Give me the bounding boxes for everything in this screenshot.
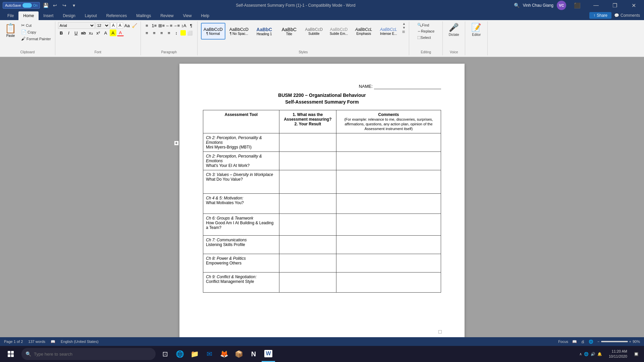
tab-view[interactable]: View xyxy=(178,11,197,20)
zoom-out-button[interactable]: − xyxy=(597,340,599,344)
style-title[interactable]: AaBbC Title xyxy=(277,23,301,40)
clock[interactable]: 11:20 AM 10/11/2020 xyxy=(606,349,630,359)
undo-button[interactable]: ↩ xyxy=(51,2,59,9)
style-normal[interactable]: AaBbCcD ¶ Normal xyxy=(201,23,225,40)
bullet-list-button[interactable]: ≡ xyxy=(144,22,150,29)
comments-cell-5[interactable] xyxy=(336,214,441,236)
name-field[interactable] xyxy=(374,84,441,89)
text-effects-button[interactable]: A xyxy=(102,29,109,36)
styles-scroll-up[interactable]: ▲ xyxy=(402,22,406,25)
redo-button[interactable]: ↪ xyxy=(61,2,68,9)
taskbar-search-input[interactable] xyxy=(34,352,152,357)
align-left-button[interactable]: ≡ xyxy=(144,29,150,36)
align-right-button[interactable]: ≡ xyxy=(158,29,165,36)
tab-file[interactable]: File xyxy=(3,11,18,20)
select-button[interactable]: ⬚ Select xyxy=(416,35,436,40)
style-subtitle[interactable]: AaBbCcD Subtitle xyxy=(302,23,326,40)
tab-review[interactable]: Review xyxy=(156,11,178,20)
customize-qat-button[interactable]: ▾ xyxy=(70,2,77,9)
measuring-cell-6[interactable] xyxy=(279,236,336,254)
comments-cell-8[interactable] xyxy=(336,273,441,293)
tab-home[interactable]: Home xyxy=(18,11,39,20)
styles-expand[interactable]: ⊞ xyxy=(402,30,406,34)
editor-button[interactable]: 📝 Editor xyxy=(468,22,485,37)
print-layout-button[interactable]: 🖨 xyxy=(581,340,585,344)
tab-references[interactable]: References xyxy=(102,11,131,20)
zoom-slider[interactable] xyxy=(601,341,628,342)
mail-icon[interactable]: ✉ xyxy=(203,346,216,362)
borders-button[interactable]: ⬜ xyxy=(186,29,193,36)
multi-level-list-button[interactable]: ⊞≡ xyxy=(158,22,165,29)
table-resize-handle[interactable] xyxy=(438,330,442,334)
font-size-select[interactable]: 12 xyxy=(96,22,110,29)
dropbox-icon[interactable]: 📦 xyxy=(232,346,246,362)
shading-button[interactable] xyxy=(180,30,186,36)
share-button[interactable]: ↑ Share xyxy=(589,12,611,19)
copy-button[interactable]: 📄 Copy xyxy=(20,29,52,35)
comments-cell-2[interactable] xyxy=(336,152,441,170)
cut-button[interactable]: ✂ Cut xyxy=(20,22,52,28)
volume-icon[interactable]: 🔊 xyxy=(591,352,595,356)
comments-cell-6[interactable] xyxy=(336,236,441,254)
subscript-button[interactable]: x₂ xyxy=(88,29,94,36)
tab-design[interactable]: Design xyxy=(58,11,80,20)
decrease-indent-button[interactable]: ←≡ xyxy=(166,22,172,29)
comments-cell-3[interactable] xyxy=(336,170,441,194)
notification-center[interactable]: 🔲 xyxy=(631,352,641,356)
notion-icon[interactable]: N xyxy=(247,346,260,362)
tab-help[interactable]: Help xyxy=(196,11,214,20)
save-button[interactable]: 💾 xyxy=(42,2,49,9)
word-icon[interactable]: W xyxy=(262,346,275,362)
tool-cell-5[interactable]: Ch 6: Groups & Teamwork How Good Am I At… xyxy=(203,214,279,236)
tab-layout[interactable]: Layout xyxy=(80,11,102,20)
measuring-cell-3[interactable] xyxy=(279,170,336,194)
network-icon[interactable]: 🌐 xyxy=(584,352,589,356)
comments-cell-4[interactable] xyxy=(336,194,441,214)
italic-button[interactable]: I xyxy=(65,29,72,36)
superscript-button[interactable]: x² xyxy=(95,29,102,36)
task-view-button[interactable]: ⊡ xyxy=(158,346,172,362)
replace-button[interactable]: ↔ Replace xyxy=(416,28,436,34)
tool-cell-2[interactable]: Ch 2: Perception, Personality & Emotions… xyxy=(203,152,279,170)
close-button[interactable]: ✕ xyxy=(626,0,641,11)
measuring-cell-2[interactable] xyxy=(279,152,336,170)
zoom-in-button[interactable]: + xyxy=(629,340,631,344)
tool-cell-3[interactable]: Ch 3: Values – Diversity in Workplace Wh… xyxy=(203,170,279,194)
web-layout-button[interactable]: 🌐 xyxy=(589,340,593,344)
find-button[interactable]: 🔍 Find xyxy=(416,22,436,28)
style-emphasis[interactable]: AaBbCcL Emphasis xyxy=(352,23,375,40)
ribbon-display-options[interactable]: ⬛ xyxy=(570,0,585,11)
clear-format-button[interactable]: 🧹 xyxy=(131,22,138,29)
comments-cell-7[interactable] xyxy=(336,254,441,273)
font-color-button[interactable]: A xyxy=(117,29,124,36)
change-case-button[interactable]: Aa xyxy=(124,22,130,29)
taskbar-search[interactable]: 🔍 xyxy=(21,348,156,360)
tool-cell-1[interactable]: Ch 2: Perception, Personality & Emotions… xyxy=(203,133,279,152)
style-intense-emphasis[interactable]: AaBbCcL Intense E... xyxy=(377,23,400,40)
restore-button[interactable]: ❐ xyxy=(607,0,623,11)
bold-button[interactable]: B xyxy=(58,29,65,36)
tab-mailings[interactable]: Mailings xyxy=(131,11,156,20)
autosave-badge[interactable]: AutoSave On xyxy=(3,2,40,9)
notification-icon[interactable]: 🔔 xyxy=(597,352,602,356)
file-explorer-icon[interactable]: 📁 xyxy=(188,346,201,362)
measuring-cell-4[interactable] xyxy=(279,194,336,214)
font-family-select[interactable]: Arial xyxy=(58,22,95,29)
grow-font-button[interactable]: A xyxy=(110,22,116,28)
comments-button[interactable]: 💬 Comments xyxy=(614,13,640,18)
user-avatar[interactable]: VC xyxy=(557,1,566,10)
number-list-button[interactable]: 1≡ xyxy=(151,22,158,29)
read-mode-button[interactable]: 📖 xyxy=(572,340,577,344)
show-formatting-button[interactable]: ¶ xyxy=(188,22,195,29)
highlight-color-button[interactable]: A xyxy=(110,29,116,36)
edge-icon[interactable]: 🌐 xyxy=(173,346,186,362)
styles-scroll-down[interactable]: ▼ xyxy=(402,26,406,29)
tool-cell-6[interactable]: Ch 7: Communications Listening Skills Pr… xyxy=(203,236,279,254)
focus-button[interactable]: Focus xyxy=(558,340,568,344)
tool-cell-4[interactable]: Ch 4 & 5: Motivation: What Motivates You… xyxy=(203,194,279,214)
sort-button[interactable]: ↕A xyxy=(180,22,187,29)
underline-button[interactable]: U xyxy=(73,29,79,36)
table-move-handle[interactable]: ✛ xyxy=(174,141,179,145)
comments-cell-1[interactable] xyxy=(336,133,441,152)
measuring-cell-5[interactable] xyxy=(279,214,336,236)
